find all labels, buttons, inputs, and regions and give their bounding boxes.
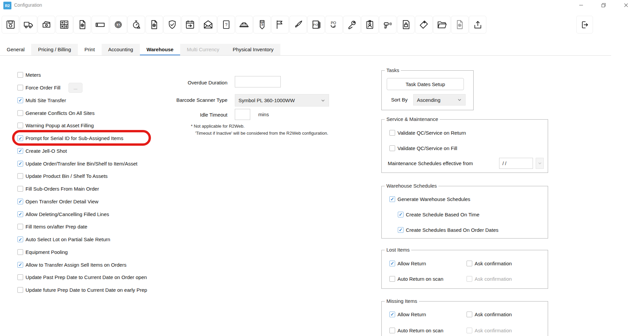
secure-document-button[interactable] [397,16,415,33]
open-mail-button[interactable] [200,16,217,33]
checkbox-validate-qc-service-on-fill[interactable] [389,145,395,151]
titlebar: R2 Configuration [0,0,644,10]
checkbox-auto-return-on-scan[interactable] [389,276,395,282]
r2-logo: R2 [3,2,11,9]
checkbox-allow-return[interactable]: ✓ [389,261,395,266]
checkbox-ask-confirmation[interactable] [467,261,472,266]
minimize-button[interactable] [573,0,589,10]
tab-warehouse[interactable]: Warehouse [140,44,180,56]
flag-button[interactable] [271,16,289,33]
delivery-truck-button[interactable] [20,16,37,33]
page-gear-button[interactable] [146,16,163,33]
checkbox-generate-conflicts-on-all-sites[interactable] [17,110,23,116]
checkbox-allow-deleting-cancelling-filled-lines[interactable]: ✓ [17,211,23,217]
label-auto-select-lot-on-partial-sale-return: Auto Select Lot on Partial Sale Return [25,237,110,242]
id-badge-button[interactable] [361,16,379,33]
checkbox-allow-return[interactable]: ✓ [389,312,395,317]
text-field-icon [95,19,105,30]
chevron-down-icon [321,98,325,103]
barcode-scanner-type-label: Barcode Scanner Type [140,97,227,103]
key-button[interactable] [343,16,361,33]
calculator-button[interactable] [56,16,73,33]
checkbox-update-past-prep-date-to-current-date-on-order-open[interactable] [17,274,23,280]
checkbox-equipment-pooling[interactable] [17,249,23,255]
checkbox-update-product-bin-shelf-to-assets[interactable] [17,173,23,179]
tab-accounting[interactable]: Accounting [102,44,140,56]
checkbox-ask-confirmation[interactable] [467,328,472,333]
checkbox-open-transfer-order-detail-view[interactable]: ✓ [17,199,23,204]
task-dates-setup-button[interactable]: Task Dates Setup [387,78,464,90]
checkbox-fill-sub-orders-from-main-order[interactable] [17,186,23,192]
maximize-button[interactable] [596,0,611,10]
lost-items-rows: ✓Allow ReturnAsk confirmationAuto Return… [382,256,548,286]
sort-by-dropdown[interactable]: Ascending [413,94,466,106]
svg-text:PO: PO [313,23,318,26]
checkbox-meters[interactable] [17,72,23,78]
label-create-schedule-based-on-time: Create Schedule Based On Time [406,212,479,217]
cash-payment-button[interactable] [38,16,55,33]
shield-check-button[interactable] [163,16,181,33]
check-icon: ✓ [18,212,22,216]
checkbox-multi-site-transfer[interactable]: ✓ [17,97,23,103]
label-update-order-transfer-line-bin-shelf-to-item-asset: Update Order/Transfer line Bin/Shelf to … [25,161,138,166]
group-row: ✓Allow ReturnAsk confirmation [382,306,548,322]
barcode-scanner-type-dropdown[interactable]: Symbol PL 360-1000WW [235,94,329,107]
tab-print[interactable]: Print [78,44,102,56]
checkbox-allow-to-transfer-assign-sell-items-on-orders[interactable]: ✓ [17,262,23,268]
overdue-duration-input[interactable] [235,76,281,87]
save-button[interactable] [2,16,19,33]
paint-brush-button[interactable] [289,16,307,33]
maintenance-effective-date-input[interactable]: / / [499,158,533,169]
idle-timeout-input[interactable] [235,109,250,120]
idle-timeout-label: Idle Timeout [140,112,227,118]
label-auto-return-on-scan: Auto Return on scan [397,276,443,282]
exit-button[interactable] [576,16,593,33]
po-document-button[interactable]: PO [307,16,325,33]
tab-bar: GeneralPricing / BillingPrintAccountingW… [0,44,280,56]
checkbox-prompt-for-serial-id-for-sub-assigned-items[interactable]: ✓ [17,135,23,141]
confirmation-cell: Ask confirmation [467,312,512,317]
svg-text:$: $ [261,22,263,26]
barcode-scanner-button[interactable] [379,16,396,33]
po-transfer-button[interactable]: PO [325,16,343,33]
document-gear-button[interactable] [73,16,91,33]
checkbox-ask-confirmation[interactable] [467,276,472,282]
export-button[interactable] [469,16,486,33]
price-tag-button[interactable]: $ [253,16,271,33]
label-meters: Meters [25,72,41,78]
label-create-jell-o-shot: Create Jell-O Shot [25,148,67,154]
timer-alert-button[interactable] [127,16,145,33]
tab-pricing-billing[interactable]: Pricing / Billing [31,44,77,56]
label-open-transfer-order-detail-view: Open Transfer Order Detail View [25,199,98,204]
checkbox-auto-return-on-scan[interactable] [389,328,395,333]
hard-hat-button[interactable] [235,16,253,33]
tab-general[interactable]: General [0,44,31,56]
tab-physical-inventory[interactable]: Physical Inventory [226,44,280,56]
open-folder-button[interactable] [433,16,450,33]
checkbox-validate-qc-service-on-return[interactable] [389,130,395,136]
text-field-button[interactable] [92,16,109,33]
checkbox-fill-items-on-after-prep-date[interactable] [17,224,23,229]
tab-multi-currency[interactable]: Multi Currency [180,44,226,56]
checkbox-auto-select-lot-on-partial-sale-return[interactable]: ✓ [17,237,23,242]
checkbox-generate-warehouse-schedules[interactable]: ✓ [389,196,395,202]
gear-file-button[interactable] [451,16,469,33]
checkbox-update-future-prep-date-to-current-date-on-early-prep[interactable] [17,287,23,293]
checkbox-create-schedules-based-on-order-dates[interactable]: ✓ [398,227,404,233]
checkbox-warning-popup-at-asset-filling[interactable] [17,123,23,128]
checkbox-create-jell-o-shot[interactable]: ✓ [17,148,23,154]
pricing-gear-button[interactable]: $ [110,16,127,33]
close-icon [624,3,629,8]
close-button[interactable] [618,0,634,10]
calendar-forward-button[interactable] [181,16,199,33]
label-generate-conflicts-on-all-sites: Generate Conflicts On All Sites [25,110,95,116]
checkbox-update-order-transfer-line-bin-shelf-to-item-asset[interactable]: ✓ [17,161,23,166]
checkbox-force-order-fill[interactable] [17,85,23,90]
checkbox-ask-confirmation[interactable] [467,312,472,317]
date-picker-dropdown-button[interactable] [536,158,544,169]
label-tag-button[interactable] [415,16,433,33]
checkbox-create-schedule-based-on-time[interactable]: ✓ [398,212,404,217]
force-order-fill-more-button[interactable]: ... [68,83,83,93]
help-card-button[interactable]: ? [217,16,235,33]
sort-by-value: Ascending [417,97,440,103]
